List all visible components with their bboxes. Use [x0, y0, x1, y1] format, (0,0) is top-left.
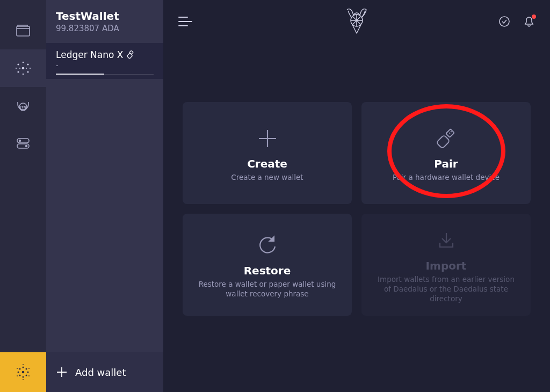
svg-point-23	[23, 367, 24, 368]
app-logo	[342, 6, 372, 37]
svg-point-9	[30, 68, 31, 69]
nav-rail: ITN	[0, 0, 46, 392]
tile-restore[interactable]: Restore Restore a wallet or paper wallet…	[183, 214, 352, 316]
tile-pair[interactable]: Pair Pair a hardware wallet device	[361, 102, 531, 204]
rail-ada[interactable]	[0, 352, 46, 392]
svg-point-15	[19, 140, 21, 142]
import-icon	[435, 226, 458, 255]
tile-title: Import	[426, 259, 467, 272]
add-wallet-label: Add wallet	[75, 367, 126, 378]
wallet-icon	[16, 24, 31, 37]
add-wallet-button[interactable]: Add wallet	[46, 352, 163, 392]
tile-desc: Pair a hardware wallet device	[393, 172, 500, 182]
wallet-item-ledger[interactable]: Ledger Nano X -	[46, 43, 163, 79]
ada-icon	[14, 363, 32, 381]
rail-wallets[interactable]	[0, 12, 46, 49]
svg-point-18	[22, 371, 25, 374]
wallet-balance: 99.823807 ADA	[56, 24, 154, 33]
usb-icon	[435, 124, 458, 153]
svg-point-2	[17, 63, 19, 65]
tile-desc: Import wallets from an earlier version o…	[375, 274, 517, 304]
wallet-name: TestWallet	[56, 10, 154, 23]
svg-point-4	[17, 71, 19, 72]
svg-point-8	[16, 68, 17, 69]
svg-point-27	[17, 368, 18, 369]
svg-rect-0	[17, 26, 30, 36]
svg-point-24	[23, 376, 24, 378]
restore-icon	[256, 231, 279, 260]
wallet-item-sub: -	[56, 61, 154, 69]
notifications-button[interactable]	[523, 16, 535, 27]
plus-icon	[56, 366, 68, 378]
svg-point-3	[27, 63, 28, 65]
itn-icon: ITN	[16, 99, 31, 113]
svg-point-32	[23, 379, 24, 380]
svg-point-26	[27, 372, 29, 373]
tile-create[interactable]: Create Create a new wallet	[183, 102, 352, 204]
usb-icon	[126, 50, 135, 59]
tile-import[interactable]: Import Import wallets from an earlier ve…	[361, 214, 531, 316]
rail-network[interactable]	[0, 49, 46, 87]
svg-marker-39	[270, 237, 274, 241]
toggles-icon	[16, 137, 30, 149]
svg-point-19	[19, 368, 21, 370]
content: Create Create a new wallet Pair Pair a h…	[163, 43, 550, 392]
svg-point-6	[23, 62, 24, 63]
tile-title: Restore	[244, 264, 291, 277]
network-icon	[14, 59, 32, 77]
svg-point-10	[19, 68, 20, 69]
tile-title: Pair	[434, 157, 458, 170]
wallet-sidebar: TestWallet 99.823807 ADA Ledger Nano X -…	[46, 0, 163, 392]
menu-button[interactable]	[178, 17, 192, 26]
svg-point-29	[17, 375, 18, 376]
tile-desc: Restore a wallet or paper wallet using w…	[197, 279, 338, 299]
svg-point-5	[27, 71, 28, 72]
sync-icon[interactable]	[498, 16, 510, 27]
tile-desc: Create a new wallet	[231, 172, 303, 182]
svg-point-1	[22, 67, 25, 70]
svg-text:ITN: ITN	[20, 105, 26, 110]
svg-point-25	[18, 372, 19, 373]
main-area: Create Create a new wallet Pair Pair a h…	[163, 0, 550, 392]
svg-point-22	[26, 375, 27, 376]
plus-icon	[256, 124, 279, 153]
topbar	[163, 0, 550, 43]
svg-point-31	[23, 364, 24, 365]
svg-rect-38	[436, 135, 450, 148]
svg-point-20	[26, 368, 27, 370]
notification-dot	[532, 14, 536, 19]
svg-point-11	[26, 68, 27, 69]
wallet-item-name: Ledger Nano X	[56, 49, 123, 60]
wallet-header: TestWallet 99.823807 ADA	[46, 0, 163, 43]
tile-title: Create	[247, 157, 287, 170]
svg-point-36	[500, 17, 509, 26]
svg-point-30	[28, 375, 30, 376]
svg-point-7	[23, 74, 24, 75]
svg-point-21	[19, 375, 21, 376]
rail-itn[interactable]: ITN	[0, 87, 46, 125]
rail-settings[interactable]	[0, 125, 46, 162]
svg-point-28	[28, 368, 30, 369]
svg-point-17	[25, 145, 27, 147]
